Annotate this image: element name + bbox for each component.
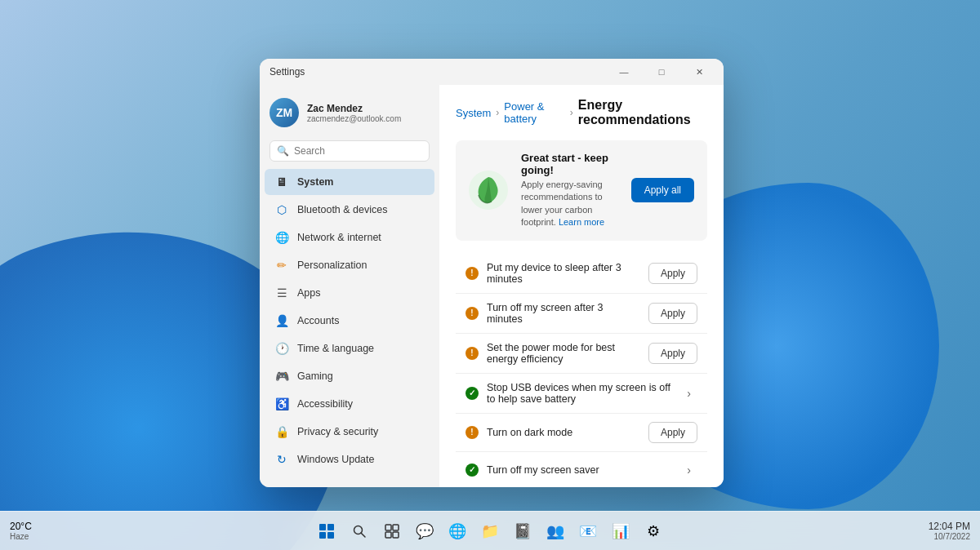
rec-label-screensaver: Turn off my screen saver [487,464,672,476]
rec-row-screensaver[interactable]: ✓ Turn off my screen saver › [456,452,707,487]
maximize-button[interactable]: □ [644,60,679,83]
sidebar-item-personalization[interactable]: ✏ Personalization [265,252,434,278]
rec-row-usb[interactable]: ✓ Stop USB devices when my screen is off… [456,374,707,414]
taskbar-center: 💬 🌐 📁 📓 👥 📧 📊 ⚙ [312,517,668,546]
rec-label-sleep: Put my device to sleep after 3 minutes [487,262,640,285]
svg-rect-10 [385,532,391,538]
sidebar-item-system[interactable]: 🖥 System [265,169,434,195]
search-input[interactable] [294,145,422,157]
rec-row-screen-off: ! Turn off my screen after 3 minutes App… [456,294,707,334]
sidebar-item-bluetooth[interactable]: ⬡ Bluetooth & devices [265,197,434,223]
sidebar-item-label: Privacy & security [297,426,378,437]
sidebar-item-privacy[interactable]: 🔒 Privacy & security [265,419,434,445]
taskbar: 20°C Haze 💬 [0,511,980,550]
svg-rect-4 [319,532,326,539]
sidebar-item-gaming[interactable]: 🎮 Gaming [265,363,434,389]
personalization-icon: ✏ [274,258,289,273]
window-title: Settings [270,66,305,78]
search-taskbar-button[interactable] [345,517,374,546]
rec-row-sleep: ! Put my device to sleep after 3 minutes… [456,254,707,294]
apply-sleep-button[interactable]: Apply [648,263,697,284]
ok-indicator: ✓ [466,387,479,400]
settings-window: Settings — □ ✕ ZM Zac Mendez zacmendez@o… [260,59,724,487]
powerpoint-taskbar-button[interactable]: 📊 [606,517,635,546]
hero-title: Great start - keep going! [521,152,618,176]
sidebar-item-label: Network & internet [297,232,381,243]
breadcrumb: System › Power & battery › Energy recomm… [456,98,707,127]
energy-leaf-icon [469,171,508,210]
search-box[interactable]: 🔍 [270,140,430,162]
sidebar-item-accessibility[interactable]: ♿ Accessibility [265,391,434,417]
svg-rect-3 [327,524,334,530]
gaming-icon: 🎮 [274,369,289,384]
chat-taskbar-button[interactable]: 💬 [410,517,439,546]
user-info: Zac Mendez zacmendez@outlook.com [307,103,401,123]
clock-date: 10/7/2022 [934,532,971,541]
file-explorer-taskbar-button[interactable]: 📁 [475,517,505,546]
hero-card: Great start - keep going! Apply energy-s… [456,140,707,241]
clock-time: 12:04 PM [929,521,970,532]
rec-label-usb: Stop USB devices when my screen is off t… [487,382,672,405]
apply-screen-off-button[interactable]: Apply [648,303,697,324]
svg-rect-2 [319,524,326,530]
apply-dark-mode-button[interactable]: Apply [648,422,697,443]
hero-text: Great start - keep going! Apply energy-s… [521,152,618,229]
teams-taskbar-button[interactable]: 👥 [541,517,570,546]
svg-rect-11 [393,532,399,538]
network-icon: 🌐 [274,230,289,245]
bluetooth-icon: ⬡ [274,202,289,217]
chevron-right-icon[interactable]: › [680,460,697,480]
apply-all-button[interactable]: Apply all [631,178,694,202]
task-view-button[interactable] [377,517,407,546]
chevron-right-icon[interactable]: › [680,384,697,403]
edge-taskbar-button[interactable]: 🌐 [443,517,472,546]
minimize-button[interactable]: — [606,60,642,83]
rec-label-screen-off: Turn off my screen after 3 minutes [487,302,640,325]
onenote-taskbar-button[interactable]: 📓 [508,517,537,546]
svg-rect-8 [385,525,391,530]
accessibility-icon: ♿ [274,397,289,411]
svg-rect-5 [327,532,334,539]
warning-indicator: ! [466,426,479,439]
sidebar-item-time[interactable]: 🕐 Time & language [265,335,434,361]
sidebar-item-label: Time & language [297,343,374,354]
svg-line-7 [361,533,365,537]
sidebar-item-apps[interactable]: ☰ Apps [265,280,434,306]
breadcrumb-sep-2: › [570,107,573,118]
outlook-taskbar-button[interactable]: 📧 [573,517,603,546]
rec-row-power-mode: ! Set the power mode for best energy eff… [456,334,707,374]
search-icon: 🔍 [277,145,289,157]
ok-indicator: ✓ [466,464,479,477]
settings-taskbar-button[interactable]: ⚙ [639,517,668,546]
breadcrumb-system[interactable]: System [456,107,491,119]
user-profile[interactable]: ZM Zac Mendez zacmendez@outlook.com [260,91,439,137]
breadcrumb-power[interactable]: Power & battery [504,100,564,125]
breadcrumb-current: Energy recommendations [578,98,707,127]
svg-rect-9 [393,525,399,530]
weather-info: 20°C Haze [10,521,32,541]
avatar: ZM [270,98,299,127]
learn-more-link[interactable]: Learn more [559,217,604,227]
sidebar-item-windows-update[interactable]: ↻ Windows Update [265,446,434,472]
privacy-icon: 🔒 [274,424,289,439]
rec-label-power-mode: Set the power mode for best energy effic… [487,342,640,365]
weather-temperature: 20°C [10,521,32,532]
windows-update-icon: ↻ [274,452,289,467]
taskbar-right: 12:04 PM 10/7/2022 [929,521,970,541]
window-controls: — □ ✕ [606,60,717,83]
sidebar-item-network[interactable]: 🌐 Network & internet [265,224,434,251]
user-email: zacmendez@outlook.com [307,114,401,123]
window-body: ZM Zac Mendez zacmendez@outlook.com 🔍 🖥 … [260,85,724,487]
warning-indicator: ! [466,267,479,280]
close-button[interactable]: ✕ [681,60,717,83]
taskbar-left: 20°C Haze [10,521,32,541]
hero-description: Apply energy-saving recommendations to l… [521,179,618,229]
sidebar-item-label: Windows Update [297,454,375,465]
apply-power-mode-button[interactable]: Apply [648,343,697,364]
start-button[interactable] [312,517,341,546]
main-content: System › Power & battery › Energy recomm… [439,85,724,487]
sidebar-item-accounts[interactable]: 👤 Accounts [265,308,434,334]
sidebar: ZM Zac Mendez zacmendez@outlook.com 🔍 🖥 … [260,85,439,487]
user-name: Zac Mendez [307,103,401,114]
time-icon: 🕐 [274,341,289,356]
